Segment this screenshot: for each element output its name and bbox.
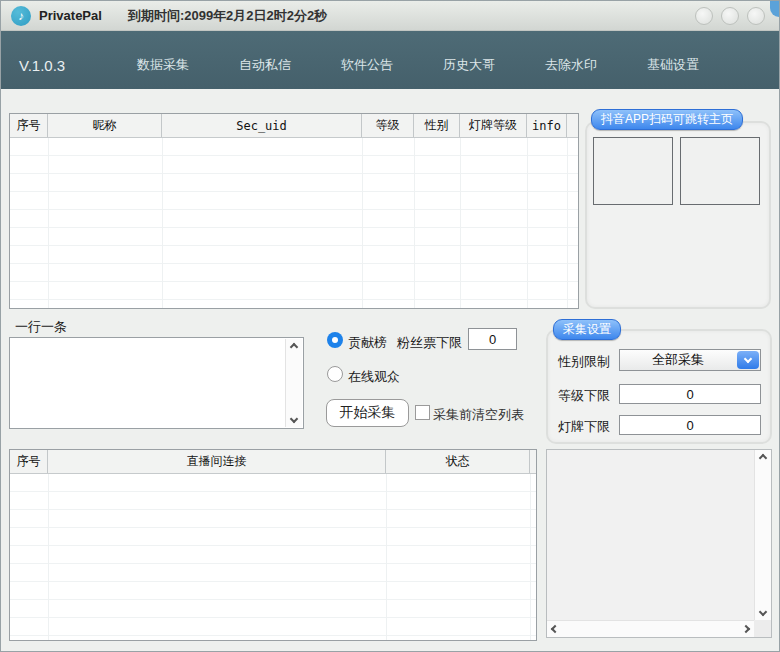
col-room-link[interactable]: 直播间连接 bbox=[48, 450, 386, 473]
gender-limit-select[interactable]: 全部采集 bbox=[619, 349, 761, 371]
chevron-down-icon bbox=[744, 355, 752, 363]
col-gender[interactable]: 性别 bbox=[414, 114, 460, 137]
user-table-header: 序号 昵称 Sec_uid 等级 性别 灯牌等级 info bbox=[10, 114, 578, 138]
col-level[interactable]: 等级 bbox=[362, 114, 414, 137]
minimize-button[interactable] bbox=[695, 7, 713, 25]
gender-limit-label: 性别限制 bbox=[558, 353, 610, 371]
log-vertical-scrollbar[interactable] bbox=[754, 450, 771, 620]
app-window: ♪ PrivatePal 到期时间:2099年2月2日2时2分2秒 V.1.0.… bbox=[0, 0, 780, 652]
scroll-down-icon[interactable] bbox=[290, 415, 298, 423]
room-table-body[interactable] bbox=[10, 474, 536, 640]
log-horizontal-scrollbar[interactable] bbox=[547, 620, 754, 637]
user-table-body[interactable] bbox=[10, 138, 578, 308]
col-index[interactable]: 序号 bbox=[10, 114, 48, 137]
close-button[interactable] bbox=[747, 7, 765, 25]
radio-contribution-label[interactable]: 贡献榜 bbox=[348, 334, 387, 352]
expiry-time-label: 到期时间:2099年2月2日2时2分2秒 bbox=[128, 7, 327, 25]
collect-settings-title-badge: 采集设置 bbox=[553, 319, 621, 340]
col-status[interactable]: 状态 bbox=[386, 450, 530, 473]
maximize-button[interactable] bbox=[721, 7, 739, 25]
col-index[interactable]: 序号 bbox=[10, 450, 48, 473]
grid-line bbox=[162, 138, 163, 308]
room-table[interactable]: 序号 直播间连接 状态 bbox=[9, 449, 537, 641]
scroll-up-icon[interactable] bbox=[759, 454, 767, 462]
batch-input-label: 一行一条 bbox=[15, 318, 67, 336]
col-lamp-level[interactable]: 灯牌等级 bbox=[460, 114, 527, 137]
tab-data-collect[interactable]: 数据采集 bbox=[137, 56, 189, 74]
scroll-left-icon[interactable] bbox=[551, 625, 559, 633]
dropdown-button[interactable] bbox=[737, 351, 759, 369]
textarea-scrollbar[interactable] bbox=[285, 339, 302, 427]
qr-groupbox bbox=[585, 121, 771, 309]
tab-software-notice[interactable]: 软件公告 bbox=[341, 56, 393, 74]
scroll-right-icon[interactable] bbox=[742, 625, 750, 633]
grid-line bbox=[527, 138, 528, 308]
clear-before-collect-checkbox[interactable] bbox=[415, 405, 430, 420]
grid-line bbox=[48, 138, 49, 308]
grid-line bbox=[362, 138, 363, 308]
fan-ticket-limit-input[interactable] bbox=[468, 328, 517, 350]
tab-basic-settings[interactable]: 基础设置 bbox=[647, 56, 699, 74]
app-title: PrivatePal bbox=[39, 8, 102, 23]
user-table[interactable]: 序号 昵称 Sec_uid 等级 性别 灯牌等级 info bbox=[9, 113, 579, 309]
qr-panel-title-badge: 抖音APP扫码可跳转主页 bbox=[591, 109, 743, 130]
nav-bar: V.1.0.3 数据采集 自动私信 软件公告 历史大哥 去除水印 基础设置 bbox=[1, 31, 779, 89]
batch-links-textarea[interactable] bbox=[9, 337, 304, 429]
scroll-up-icon[interactable] bbox=[290, 343, 298, 351]
grid-line bbox=[567, 138, 568, 308]
nav-tabs: 数据采集 自动私信 软件公告 历史大哥 去除水印 基础设置 bbox=[137, 56, 699, 74]
version-label: V.1.0.3 bbox=[19, 57, 71, 74]
level-limit-input[interactable] bbox=[619, 384, 761, 404]
start-collect-button[interactable]: 开始采集 bbox=[326, 399, 409, 427]
skin-corner-accent bbox=[770, 1, 779, 17]
col-nickname[interactable]: 昵称 bbox=[48, 114, 162, 137]
col-sec-uid[interactable]: Sec_uid bbox=[162, 114, 362, 137]
titlebar: ♪ PrivatePal 到期时间:2099年2月2日2时2分2秒 bbox=[1, 1, 779, 31]
log-panel[interactable] bbox=[546, 449, 772, 638]
radio-contribution-rank[interactable] bbox=[327, 332, 343, 348]
scrollbar-corner bbox=[754, 620, 771, 637]
col-filler bbox=[530, 450, 536, 473]
grid-line bbox=[460, 138, 461, 308]
qr-code-placeholder-2 bbox=[680, 137, 760, 205]
radio-online-viewers[interactable] bbox=[327, 366, 343, 382]
lamp-limit-label: 灯牌下限 bbox=[558, 418, 610, 436]
col-info[interactable]: info bbox=[527, 114, 567, 137]
tab-history-bigbro[interactable]: 历史大哥 bbox=[443, 56, 495, 74]
app-logo-music-note-icon: ♪ bbox=[11, 6, 31, 26]
clear-before-collect-label[interactable]: 采集前清空列表 bbox=[433, 406, 524, 424]
grid-line bbox=[48, 474, 49, 640]
col-filler bbox=[567, 114, 578, 137]
scroll-down-icon[interactable] bbox=[759, 608, 767, 616]
qr-code-placeholder-1 bbox=[593, 137, 673, 205]
radio-online-label[interactable]: 在线观众 bbox=[348, 368, 400, 386]
gender-limit-value: 全部采集 bbox=[620, 351, 736, 369]
grid-line bbox=[386, 474, 387, 640]
level-limit-label: 等级下限 bbox=[558, 387, 610, 405]
tab-auto-message[interactable]: 自动私信 bbox=[239, 56, 291, 74]
grid-line bbox=[414, 138, 415, 308]
lamp-limit-input[interactable] bbox=[619, 415, 761, 435]
fan-ticket-limit-label: 粉丝票下限 bbox=[397, 334, 462, 352]
grid-line bbox=[530, 474, 531, 640]
window-controls bbox=[695, 7, 765, 25]
room-table-header: 序号 直播间连接 状态 bbox=[10, 450, 536, 474]
tab-remove-watermark[interactable]: 去除水印 bbox=[545, 56, 597, 74]
